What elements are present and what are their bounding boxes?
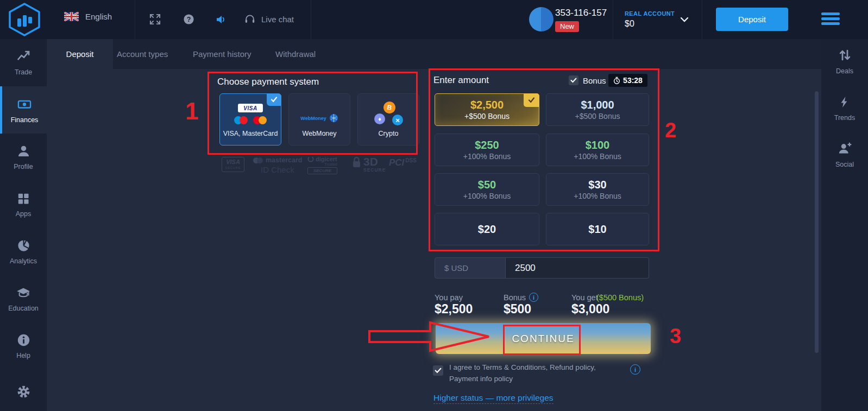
mastercard-idcheck-badge: mastercard ID Check xyxy=(253,156,302,174)
webmoney-logo: WebMoney xyxy=(289,113,350,123)
fullscreen-icon[interactable] xyxy=(149,13,161,26)
terms-info-icon[interactable]: i xyxy=(630,364,640,375)
bonus-checkbox-label: Bonus xyxy=(583,76,606,85)
amount-option-1000[interactable]: $1,000 +$500 Bonus xyxy=(546,93,649,126)
payment-method-label: WebMoney xyxy=(303,130,337,137)
platform-logo-icon[interactable] xyxy=(7,2,42,37)
maestro-logo-icon xyxy=(234,116,248,124)
sidebar-item-apps[interactable]: Apps xyxy=(0,181,47,228)
mastercard-logo-icon xyxy=(253,116,267,124)
sidebar-item-finances[interactable]: Finances xyxy=(0,86,47,134)
headset-icon xyxy=(244,13,256,25)
topbar-divider xyxy=(311,0,311,39)
tab-deposit[interactable]: Deposit xyxy=(47,39,113,69)
tab-bar: Deposit Account types Payment history Wi… xyxy=(47,39,821,69)
terms-checkbox[interactable] xyxy=(433,365,443,376)
tab-payment-history[interactable]: Payment history xyxy=(193,49,251,59)
deposit-page: English ? Live chat 353-116-157 New xyxy=(0,0,868,411)
account-balance: $0 xyxy=(625,19,634,29)
gear-icon xyxy=(16,384,32,400)
top-bar: English ? Live chat 353-116-157 New xyxy=(0,0,868,39)
apps-icon xyxy=(16,192,30,206)
webmoney-globe-icon xyxy=(329,113,338,123)
help-icon[interactable]: ? xyxy=(183,13,195,26)
higher-status-link[interactable]: Higher status — more privileges xyxy=(433,393,553,404)
sidebar-item-profile[interactable]: Profile xyxy=(0,134,47,181)
finances-icon xyxy=(17,97,32,112)
sidebar-item-label: Education xyxy=(8,305,39,312)
vertical-scrollbar[interactable] xyxy=(815,91,819,353)
amount-section-title: Enter amount xyxy=(433,75,489,86)
live-chat-button[interactable]: Live chat xyxy=(244,13,294,25)
sidebar-item-deals[interactable]: Deals xyxy=(821,48,868,75)
bonus-checkbox[interactable] xyxy=(569,75,578,85)
deposit-button[interactable]: Deposit xyxy=(716,8,788,31)
bonus-timer-value: 53:28 xyxy=(623,76,643,85)
trade-icon xyxy=(16,49,31,64)
sidebar-item-settings[interactable] xyxy=(0,370,47,411)
payment-method-visa-mastercard[interactable]: VISA VISA, MasterCard xyxy=(219,93,281,146)
deals-icon xyxy=(838,48,852,62)
sidebar-item-trade[interactable]: Trade xyxy=(0,39,47,86)
sound-icon[interactable] xyxy=(215,13,228,26)
lightning-icon xyxy=(838,95,851,109)
new-badge: New xyxy=(555,21,579,32)
sidebar-item-analytics[interactable]: Analytics xyxy=(0,228,47,275)
amount-input[interactable] xyxy=(506,263,631,274)
sidebar-item-label: Trade xyxy=(15,68,32,76)
sidebar-item-trends[interactable]: Trends xyxy=(821,95,868,122)
payment-section-title: Choose payment system xyxy=(217,77,319,87)
amount-option-100[interactable]: $100 +100% Bonus xyxy=(546,134,649,166)
ethereum-icon: ♦ xyxy=(374,113,385,124)
crypto-logo: B ♦ × xyxy=(358,102,419,127)
amount-option-20[interactable]: $20 xyxy=(435,213,539,245)
you-get-bonus-note: ($500 Bonus) xyxy=(596,293,644,302)
bonus-info-icon[interactable]: i xyxy=(529,293,538,302)
ripple-icon: × xyxy=(392,115,403,125)
tab-account-types[interactable]: Account types xyxy=(117,49,168,59)
account-type-label: REAL ACCOUNT xyxy=(625,10,675,17)
payment-method-label: VISA, MasterCard xyxy=(223,130,278,137)
check-icon xyxy=(435,368,442,374)
svg-text:?: ? xyxy=(187,16,191,23)
digicert-badge: digicert Trusted SECURE xyxy=(307,156,337,174)
amount-option-2500[interactable]: $2,500 +$500 Bonus xyxy=(435,93,539,126)
sidebar-item-label: Analytics xyxy=(10,257,37,265)
selected-check-icon xyxy=(524,93,539,107)
bonus-label: Bonus xyxy=(504,293,526,302)
3d-secure-badge: 3D SECURE xyxy=(352,156,386,173)
topbar-divider xyxy=(702,0,702,39)
sidebar-item-education[interactable]: Education xyxy=(0,275,47,323)
annotation-number-1: 1 xyxy=(185,98,198,125)
you-pay-label: You pay xyxy=(435,293,463,302)
tab-withdrawal[interactable]: Withdrawal xyxy=(275,49,316,59)
visa-mastercard-logo: VISA xyxy=(220,104,281,124)
payment-method-crypto[interactable]: B ♦ × Crypto xyxy=(357,93,419,146)
terms-text[interactable]: I agree to Terms & Conditions, Refund po… xyxy=(449,362,625,385)
sidebar-item-label: Profile xyxy=(14,163,33,170)
amount-option-30[interactable]: $30 +100% Bonus xyxy=(546,173,649,206)
chevron-down-icon xyxy=(680,17,689,22)
sidebar-item-help[interactable]: Help xyxy=(0,323,47,370)
payment-method-webmoney[interactable]: WebMoney WebMoney xyxy=(288,93,350,146)
left-sidebar: Trade Finances Profile Apps xyxy=(0,39,47,411)
user-avatar[interactable] xyxy=(529,7,553,31)
annotation-number-3: 3 xyxy=(670,325,681,348)
info-icon xyxy=(16,333,31,347)
menu-icon[interactable] xyxy=(821,12,840,27)
amount-option-10[interactable]: $10 xyxy=(546,213,649,245)
sidebar-item-label: Help xyxy=(16,352,30,359)
profile-icon xyxy=(16,144,31,159)
annotation-number-2: 2 xyxy=(665,119,676,142)
continue-button[interactable]: CONTINUE xyxy=(436,323,651,354)
topbar-divider xyxy=(135,0,135,39)
amount-option-250[interactable]: $250 +100% Bonus xyxy=(435,134,539,166)
bonus-value: $500 xyxy=(504,302,531,317)
visa-secure-badge: VISA SECURE xyxy=(222,157,244,172)
amount-option-50[interactable]: $50 +100% Bonus xyxy=(435,173,539,206)
sidebar-item-label: Trends xyxy=(834,114,855,122)
language-selector[interactable]: English xyxy=(64,12,112,21)
currency-selector[interactable]: $ USD xyxy=(435,257,506,279)
sidebar-item-social[interactable]: Social xyxy=(821,141,868,168)
topbar-divider xyxy=(613,0,613,39)
